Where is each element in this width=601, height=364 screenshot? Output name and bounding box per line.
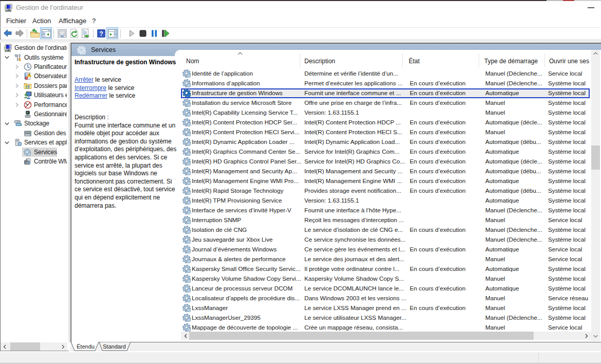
svg-text:?: ? [99,30,103,38]
